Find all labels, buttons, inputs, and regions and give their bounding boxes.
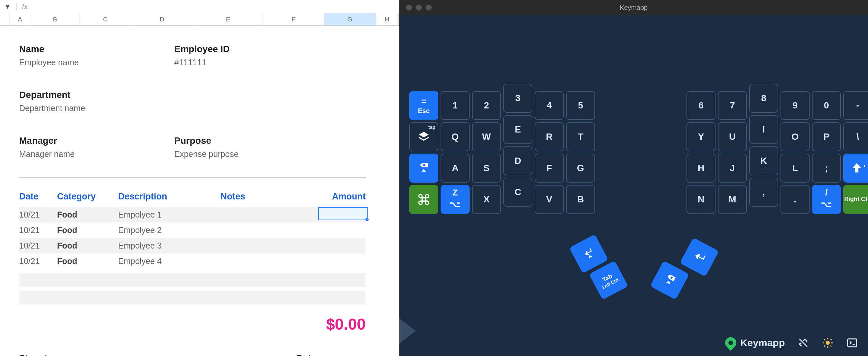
col-header-B[interactable]: B [30, 13, 80, 25]
key-o[interactable]: O [780, 122, 810, 151]
minimize-icon[interactable] [416, 5, 422, 10]
key-8[interactable]: 8 [749, 84, 778, 113]
traffic-lights[interactable] [406, 5, 432, 10]
key-q[interactable]: Q [441, 122, 470, 151]
col-header-A[interactable]: A [10, 13, 30, 25]
value[interactable]: Employee name [19, 58, 105, 67]
thumb-key[interactable] [650, 260, 689, 299]
key-0[interactable]: 0 [812, 91, 841, 120]
key--alt[interactable]: / [812, 185, 841, 214]
value[interactable]: Expense purpose [174, 149, 260, 159]
cell-description[interactable]: Empolyee 1 [118, 210, 220, 219]
select-all-corner[interactable] [0, 13, 10, 25]
key-5[interactable]: 5 [566, 91, 595, 120]
table-row[interactable]: 10/21FoodEmpolyee 3 [19, 238, 366, 253]
cell-category[interactable]: Food [57, 241, 118, 251]
name-box-dropdown[interactable]: ▼ [4, 2, 11, 11]
key-4[interactable]: 4 [535, 91, 564, 120]
value[interactable]: #111111 [174, 58, 260, 67]
cell-notes[interactable] [220, 241, 326, 251]
cell-date[interactable]: 10/21 [19, 225, 57, 235]
key-right-ctrl[interactable]: Right Ctrl [843, 185, 868, 214]
key-6[interactable]: 6 [686, 91, 715, 120]
key-l[interactable]: L [780, 154, 810, 183]
key--[interactable]: , [749, 178, 778, 207]
cell-date[interactable]: 10/21 [19, 241, 57, 251]
close-icon[interactable] [406, 5, 412, 10]
key-w[interactable]: W [472, 122, 501, 151]
key-c[interactable]: C [503, 178, 532, 207]
key--[interactable]: - [843, 91, 868, 120]
cell-category[interactable]: Food [57, 256, 118, 266]
brightness-icon[interactable] [822, 337, 834, 349]
key-x[interactable]: X [472, 185, 501, 214]
cell-category[interactable]: Food [57, 210, 118, 219]
cell-category[interactable]: Food [57, 225, 118, 235]
key-r[interactable]: R [535, 122, 564, 151]
key-1[interactable]: 1 [441, 91, 470, 120]
col-header-D[interactable]: D [131, 13, 193, 25]
value[interactable]: Manager name [19, 149, 105, 159]
key-p[interactable]: P [812, 122, 841, 151]
col-header-H[interactable]: H [376, 13, 399, 25]
key-z-alt[interactable]: Z [441, 185, 470, 214]
table-row[interactable]: 10/21FoodEmpolyee 2 [19, 222, 366, 238]
key-i[interactable]: I [749, 115, 778, 144]
key-d[interactable]: D [503, 146, 532, 175]
cell-amount[interactable] [326, 210, 366, 219]
key-bkspc-shift[interactable] [409, 154, 438, 183]
key--[interactable]: \ [843, 122, 868, 151]
cell-date[interactable]: 10/21 [19, 256, 57, 266]
maximize-icon[interactable] [426, 5, 432, 10]
value[interactable]: Department name [19, 104, 105, 113]
table-row[interactable]: 10/21FoodEmpolyee 1 [19, 207, 366, 222]
expand-chevron-icon[interactable] [399, 318, 416, 344]
disconnect-icon[interactable] [797, 337, 809, 349]
cell-date[interactable]: 10/21 [19, 210, 57, 219]
key-a[interactable]: A [441, 154, 470, 183]
cell-notes[interactable] [220, 210, 326, 219]
cell-amount[interactable] [326, 225, 366, 235]
cell-description[interactable]: Empolyee 3 [118, 241, 220, 251]
key--shift[interactable]: ' [843, 154, 868, 183]
col-header-G[interactable]: G [324, 13, 376, 25]
cell-amount[interactable] [326, 241, 366, 251]
empty-row[interactable] [19, 273, 366, 287]
cell-description[interactable]: Empolyee 2 [118, 225, 220, 235]
key-y[interactable]: Y [686, 122, 715, 151]
key-j[interactable]: J [718, 154, 747, 183]
key-s[interactable]: S [472, 154, 501, 183]
key-g[interactable]: G [566, 154, 595, 183]
key-v[interactable]: V [535, 185, 564, 214]
key-7[interactable]: 7 [718, 91, 747, 120]
key-h[interactable]: H [686, 154, 715, 183]
key-t[interactable]: T [566, 122, 595, 151]
key-f[interactable]: F [535, 154, 564, 183]
empty-row[interactable] [19, 291, 366, 305]
col-header-E[interactable]: E [193, 13, 264, 25]
formula-bar[interactable]: ▼ fx [0, 0, 399, 13]
col-header-C[interactable]: C [80, 13, 131, 25]
thumb-key[interactable] [680, 237, 719, 277]
key-n[interactable]: N [686, 185, 715, 214]
table-row[interactable]: 10/21FoodEmpolyee 4 [19, 253, 366, 269]
brand[interactable]: Keymapp [725, 337, 785, 348]
cell-description[interactable]: Empolyee 4 [118, 256, 220, 266]
key-e[interactable]: E [503, 115, 532, 144]
key-2[interactable]: 2 [472, 91, 501, 120]
key--[interactable]: . [780, 185, 810, 214]
key-u[interactable]: U [718, 122, 747, 151]
col-header-F[interactable]: F [264, 13, 324, 25]
key--esc[interactable]: =Esc [409, 91, 438, 120]
cell-notes[interactable] [220, 225, 326, 235]
cell-notes[interactable] [220, 256, 326, 266]
key-b[interactable]: B [566, 185, 595, 214]
active-cell-cursor[interactable] [318, 207, 368, 220]
key-m[interactable]: M [718, 185, 747, 214]
titlebar[interactable]: Keymapp [399, 0, 868, 15]
terminal-icon[interactable] [846, 337, 858, 349]
key-layer[interactable] [409, 122, 438, 151]
key-k[interactable]: K [749, 146, 778, 175]
key-3[interactable]: 3 [503, 84, 532, 113]
key-cmd[interactable] [409, 185, 438, 214]
